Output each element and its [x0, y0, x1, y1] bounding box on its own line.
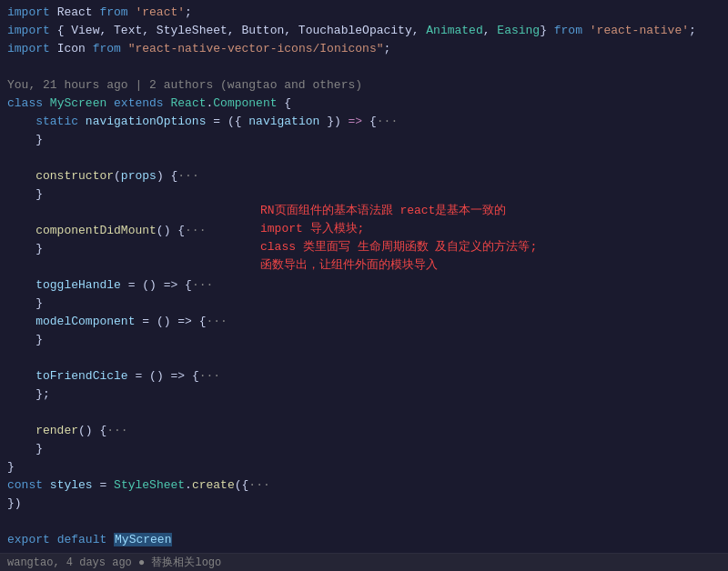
- code-line-blame: You, 21 hours ago | 2 authors (wangtao a…: [0, 76, 728, 95]
- code-line-4: [0, 58, 728, 76]
- editor-container: import React from 'react'; import { View…: [0, 0, 728, 571]
- code-line-10: constructor(props) {···: [0, 167, 728, 185]
- code-line-22: };: [0, 386, 728, 404]
- code-line-28: }): [0, 495, 728, 513]
- code-line-27: const styles = StyleSheet.create({···: [0, 476, 728, 495]
- code-line-16: toggleHandle = () => {···: [0, 276, 728, 295]
- code-line-1: import React from 'react';: [0, 4, 728, 22]
- code-lines: import React from 'react'; import { View…: [0, 0, 728, 553]
- code-line-23: [0, 404, 728, 422]
- code-line-9: [0, 149, 728, 167]
- git-blame-text: wangtao, 4 days ago ● 替换相关logo: [7, 555, 221, 570]
- code-line-30: export default MyScreen: [0, 531, 728, 549]
- code-line-12: [0, 204, 728, 222]
- code-line-21: toFriendCicle = () => {···: [0, 367, 728, 386]
- code-line-7: static navigationOptions = ({ navigation…: [0, 113, 728, 131]
- code-line-13: componentDidMount() {···: [0, 222, 728, 240]
- code-line-8: }: [0, 131, 728, 149]
- code-line-29: [0, 513, 728, 531]
- code-line-2: import { View, Text, StyleSheet, Button,…: [0, 22, 728, 40]
- code-line-24: render() {···: [0, 422, 728, 440]
- code-line-14: }: [0, 240, 728, 258]
- code-line-25: }: [0, 440, 728, 458]
- code-line-26: }: [0, 458, 728, 476]
- code-line-11: }: [0, 185, 728, 204]
- code-line-18: modelComponent = () => {···: [0, 313, 728, 331]
- code-line-17: }: [0, 295, 728, 313]
- code-line-6: class MyScreen extends React.Component {: [0, 95, 728, 113]
- code-area[interactable]: import React from 'react'; import { View…: [0, 0, 728, 553]
- code-line-20: [0, 349, 728, 367]
- code-line-15: [0, 258, 728, 276]
- git-blame-bottom: wangtao, 4 days ago ● 替换相关logo: [0, 553, 728, 571]
- code-line-3: import Icon from "react-native-vector-ic…: [0, 40, 728, 58]
- code-line-19: }: [0, 331, 728, 349]
